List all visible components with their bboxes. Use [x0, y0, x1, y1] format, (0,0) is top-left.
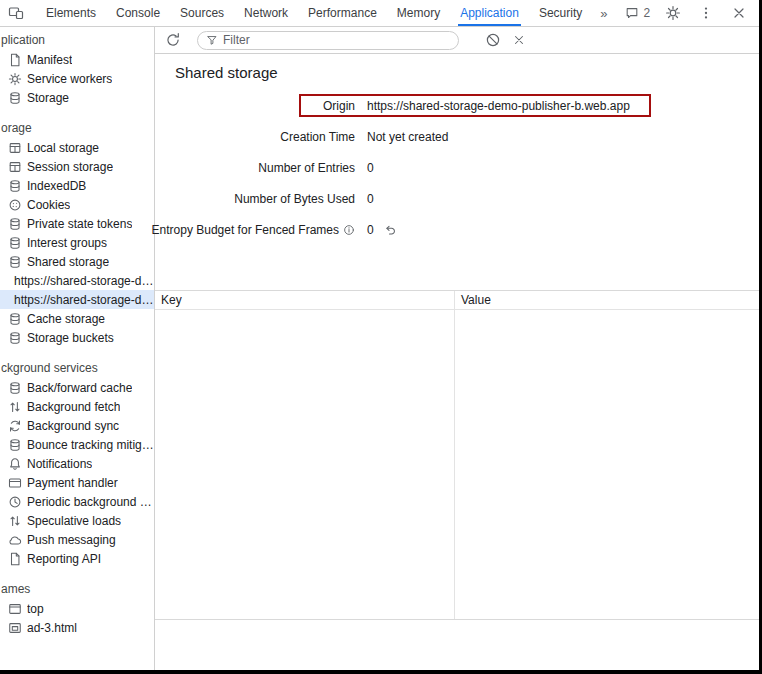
sidebar-item-cache-storage[interactable]: Cache storage: [0, 309, 154, 328]
sidebar-item-speculative-loads[interactable]: Speculative loads: [0, 511, 154, 530]
document-icon: [8, 552, 22, 566]
field-label: Number of Entries: [165, 161, 355, 175]
sidebar-item-private-state-tokens[interactable]: Private state tokens: [0, 214, 154, 233]
device-toolbar-icon: [8, 5, 24, 21]
sidebar-item-label: Reporting API: [27, 552, 101, 566]
tab-memory[interactable]: Memory: [387, 0, 450, 26]
sidebar-item-service-workers[interactable]: Service workers: [0, 69, 154, 88]
database-icon: [8, 255, 22, 269]
sidebar-item-background-sync[interactable]: Background sync: [0, 416, 154, 435]
table-icon: [8, 160, 22, 174]
document-icon: [8, 53, 22, 67]
database-icon: [8, 91, 22, 105]
field-value-text: https://shared-storage-demo-publisher-b.…: [367, 99, 630, 113]
message-bubble-icon: [625, 6, 639, 20]
reset-budget-button[interactable]: [382, 222, 398, 238]
application-sidebar: plicationManifestService workersStorageo…: [0, 27, 155, 670]
field-label-text: Number of Entries: [258, 161, 355, 175]
clear-events-button[interactable]: [483, 30, 503, 50]
sync-icon: [8, 419, 22, 433]
sidebar-item-https-shared-storage-d[interactable]: https://shared-storage-d…: [0, 290, 154, 309]
field-row-entropy-budget-for-fenced-frames: Entropy Budget for Fenced Frames0: [165, 214, 749, 245]
page-title: Shared storage: [175, 64, 749, 82]
sidebar-item-back-forward-cache[interactable]: Back/forward cache: [0, 378, 154, 397]
sidebar-item-session-storage[interactable]: Session storage: [0, 157, 154, 176]
sidebar-item-indexeddb[interactable]: IndexedDB: [0, 176, 154, 195]
sidebar-item-label: ad-3.html: [27, 621, 77, 635]
console-messages-indicator[interactable]: 2: [625, 6, 650, 20]
reset-icon: [383, 223, 397, 237]
field-value-text: 0: [367, 192, 374, 206]
field-label-text: Origin: [323, 99, 355, 113]
sidebar-item-background-fetch[interactable]: Background fetch: [0, 397, 154, 416]
sidebar-item-label: Local storage: [27, 141, 99, 155]
sidebar-item-storage[interactable]: Storage: [0, 88, 154, 107]
tabbar-right: 2: [615, 0, 759, 26]
sidebar-item-label: Cache storage: [27, 312, 105, 326]
sidebar-item-https-shared-storage-d[interactable]: https://shared-storage-d…: [0, 271, 154, 290]
shared-storage-toolbar: [155, 27, 759, 54]
sidebar-item-reporting-api[interactable]: Reporting API: [0, 549, 154, 568]
shared-storage-panel: Shared storage Originhttps://shared-stor…: [155, 27, 759, 670]
toggle-device-toolbar-button[interactable]: [6, 3, 26, 23]
column-header-key[interactable]: Key: [155, 291, 455, 309]
more-options-button[interactable]: [696, 3, 716, 23]
field-label: Entropy Budget for Fenced Frames: [165, 223, 355, 237]
sidebar-item-label: Periodic background s…: [27, 495, 154, 509]
sidebar-item-bounce-tracking-mitiga[interactable]: Bounce tracking mitiga…: [0, 435, 154, 454]
sidebar-item-periodic-background-s[interactable]: Periodic background s…: [0, 492, 154, 511]
close-icon: [512, 33, 526, 47]
database-icon: [8, 438, 22, 452]
sidebar-item-label: https://shared-storage-d…: [14, 293, 153, 307]
sidebar-item-ad-3-html[interactable]: ad-3.html: [0, 618, 154, 637]
cloud-icon: [8, 533, 22, 547]
database-icon: [8, 236, 22, 250]
card-icon: [8, 476, 22, 490]
tab-sources[interactable]: Sources: [170, 0, 234, 26]
field-value-text: Not yet created: [367, 130, 448, 144]
table-icon: [8, 141, 22, 155]
settings-button[interactable]: [663, 3, 683, 23]
sidebar-item-label: Interest groups: [27, 236, 107, 250]
tab-elements[interactable]: Elements: [36, 0, 106, 26]
datagrid-header: Key Value: [155, 291, 759, 310]
sidebar-item-local-storage[interactable]: Local storage: [0, 138, 154, 157]
devtools-window: ElementsConsoleSourcesNetworkPerformance…: [0, 0, 762, 674]
sidebar-item-label: Back/forward cache: [27, 381, 132, 395]
sidebar-item-label: Bounce tracking mitiga…: [27, 438, 154, 452]
sidebar-sections: plicationManifestService workersStorageo…: [0, 31, 154, 637]
sidebar-item-label: Background fetch: [27, 400, 120, 414]
field-label: Origin: [165, 99, 355, 113]
sidebar-item-label: Payment handler: [27, 476, 118, 490]
sidebar-section-title: ckground services: [0, 359, 154, 378]
sidebar-item-top[interactable]: top: [0, 599, 154, 618]
sidebar-item-notifications[interactable]: Notifications: [0, 454, 154, 473]
more-tabs-button[interactable]: »: [592, 0, 615, 26]
sidebar-item-shared-storage[interactable]: Shared storage: [0, 252, 154, 271]
cookie-icon: [8, 198, 22, 212]
field-row-number-of-bytes-used: Number of Bytes Used0: [165, 183, 749, 214]
tab-performance[interactable]: Performance: [298, 0, 387, 26]
refresh-button[interactable]: [163, 30, 183, 50]
filter-input[interactable]: [223, 33, 450, 47]
tabbar-left: [0, 0, 32, 26]
column-header-value[interactable]: Value: [455, 291, 759, 309]
tab-application[interactable]: Application: [450, 0, 529, 26]
sidebar-item-cookies[interactable]: Cookies: [0, 195, 154, 214]
sidebar-item-manifest[interactable]: Manifest: [0, 50, 154, 69]
tab-security[interactable]: Security: [529, 0, 592, 26]
block-icon: [485, 32, 501, 48]
tab-network[interactable]: Network: [234, 0, 298, 26]
close-view-button[interactable]: [509, 30, 529, 50]
sidebar-item-push-messaging[interactable]: Push messaging: [0, 530, 154, 549]
sidebar-item-storage-buckets[interactable]: Storage buckets: [0, 328, 154, 347]
close-devtools-button[interactable]: [729, 3, 749, 23]
tab-console[interactable]: Console: [106, 0, 170, 26]
sidebar-item-payment-handler[interactable]: Payment handler: [0, 473, 154, 492]
sidebar-item-interest-groups[interactable]: Interest groups: [0, 233, 154, 252]
updown-arrows-icon: [8, 514, 22, 528]
field-row-origin: Originhttps://shared-storage-demo-publis…: [165, 90, 749, 121]
field-value: 0: [367, 161, 374, 175]
sidebar-item-label: Push messaging: [27, 533, 116, 547]
kebab-icon: [698, 5, 714, 21]
